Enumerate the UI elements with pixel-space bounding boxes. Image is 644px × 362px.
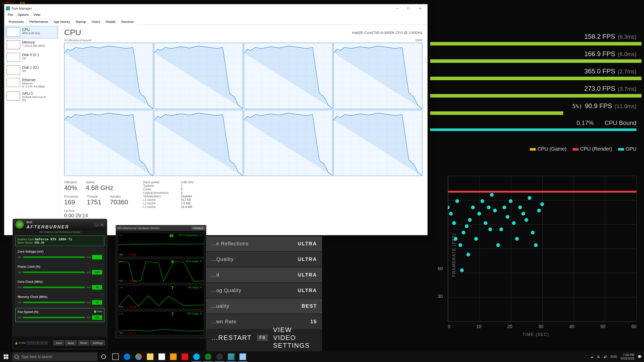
core-charts[interactable] [64, 43, 422, 176]
sidebar-item-net[interactable]: EthernetEthernetS: 0.3 R: 4.6 Mbps [5, 76, 58, 90]
svg-point-21 [477, 212, 481, 216]
cortana-button[interactable] [98, 354, 110, 359]
slider-core-voltage-mv-[interactable]: Core Voltage (mV) MinMax [15, 248, 104, 262]
taskbar[interactable]: Type here to search ˄ ☁ 🖧 🔊 ENG [0, 351, 644, 362]
stat-handles-label: Handles [110, 195, 128, 198]
svg-point-42 [540, 202, 544, 206]
sidebar-item-cpu[interactable]: CPU40% 4.68 GHz [5, 26, 58, 38]
setting-row[interactable]: ...ualityBEST [206, 299, 322, 313]
core-chart-3[interactable] [333, 43, 422, 109]
detail-row: Sockets:1 [143, 184, 194, 188]
tray-cloud-icon[interactable]: ☁ [590, 355, 593, 358]
tray-notifications-icon[interactable]: 💬 [638, 355, 641, 358]
start-button[interactable] [0, 351, 12, 362]
hwmon-chart-0[interactable]: 10030 GPU temperature, °C 46 Min —Max 48 [118, 233, 204, 257]
fps-row: 158.2 FPS(6.3ms) [430, 33, 641, 46]
app2-button[interactable] [179, 351, 191, 362]
game-settings-panel[interactable]: ...e ReflectionsULTRA...QualityULTRA...d… [206, 236, 322, 352]
slider-fan-speed-[interactable]: Fan Speed (%)⬤ Auto MinMax100 [15, 308, 104, 322]
profile-slots[interactable]: 12345 [27, 341, 48, 345]
detach-button[interactable]: ▾ Detach [192, 227, 205, 230]
core-chart-2[interactable] [244, 43, 333, 109]
hwmon-chart-2[interactable]: 1000 FB usage, % 7 Min —Max 49 [118, 285, 204, 309]
explorer-button[interactable] [144, 351, 156, 362]
settings-footer[interactable]: ...RESTARTF8VIEW VIDEO SETTINGS [206, 324, 322, 352]
core-chart-5[interactable] [154, 110, 243, 176]
chrome-button[interactable] [133, 351, 144, 362]
reset-button[interactable]: Reset [78, 340, 90, 345]
stat-threads-value: 1751 [87, 198, 101, 206]
settings-button[interactable]: Settings [90, 340, 105, 345]
titlebar[interactable]: Task Manager — ☐ ✕ [4, 4, 427, 12]
setting-row[interactable]: ...e ReflectionsULTRA [206, 236, 322, 251]
setting-row[interactable]: ...dULTRA [206, 267, 322, 282]
app1-icon [170, 353, 177, 360]
chart-ylabel: FRAMERATE (FPS) [452, 233, 456, 277]
tabs[interactable]: Processes Performance App history Startu… [4, 18, 427, 25]
tray-chevron-icon[interactable]: ˄ [585, 355, 587, 358]
menu-file[interactable]: File [6, 12, 15, 18]
sidebar-item-gpu[interactable]: GPU 0NVIDIA GeForce R...8% [5, 90, 58, 103]
apply-button[interactable]: Apply [65, 340, 77, 345]
task-manager-window[interactable]: Task Manager — ☐ ✕ File Options View Pro… [4, 4, 428, 235]
tray-network-icon[interactable]: 🖧 [597, 355, 600, 358]
core-chart-7[interactable] [333, 110, 422, 176]
sidebar-item-mem[interactable]: Memory7.2/15.9 GB (45%) [5, 38, 58, 51]
msi-afterburner-window[interactable]: msi AFTERBURNER _ × MSI Graphics Card Pe… [13, 219, 107, 349]
sidebar-item-disk[interactable]: Disk 0 (C:)1% [5, 51, 58, 64]
gpu-info-card: Graphics Card: GeForce RTX 2080 Ti Drive… [15, 236, 104, 246]
core-chart-1[interactable] [154, 43, 243, 109]
system-tray[interactable]: ˄ ☁ 🖧 🔊 ENG 7:00 PM 9/10/2019 💬 [583, 353, 644, 360]
slider-core-clock-mhz-[interactable]: Core Clock (MHz) MinMax+0 [15, 278, 104, 292]
core-chart-4[interactable] [64, 110, 153, 176]
close-button[interactable]: ✕ [414, 5, 426, 12]
xbox-button[interactable] [202, 351, 214, 362]
menu-options[interactable]: Options [16, 12, 31, 18]
setting-row[interactable]: ...og QualityULTRA [206, 283, 322, 298]
menubar[interactable]: File Options View [4, 12, 427, 18]
taskview-button[interactable] [110, 351, 121, 362]
taskmgr-button[interactable] [225, 351, 237, 362]
tab-startup[interactable]: Startup [73, 19, 89, 25]
tab-processes[interactable]: Processes [6, 19, 27, 25]
skype-button[interactable] [191, 351, 202, 362]
svg-point-36 [521, 212, 525, 216]
save-button[interactable]: Save [53, 340, 64, 345]
svg-point-27 [493, 209, 497, 212]
ab-minimize-button[interactable]: _ [94, 222, 99, 227]
edge-button[interactable] [121, 351, 133, 362]
menu-view[interactable]: View [31, 12, 43, 18]
core-chart-0[interactable] [64, 43, 153, 109]
tab-users[interactable]: Users [89, 19, 103, 25]
app3-icon [239, 353, 246, 360]
tab-details[interactable]: Details [103, 19, 118, 25]
tab-apphistory[interactable]: App history [51, 19, 73, 25]
ab-titlebar[interactable]: msi AFTERBURNER _ × [13, 219, 107, 230]
tab-services[interactable]: Services [118, 19, 137, 25]
app1-button[interactable] [168, 351, 179, 362]
core-chart-6[interactable] [244, 110, 333, 176]
ab-subtitle: MSI Graphics Card Performance Booster [13, 230, 107, 234]
sidebar-item-disk[interactable]: Disk 1 (D:)0% [5, 64, 58, 76]
minimize-button[interactable]: — [391, 5, 403, 12]
slider-power-limit-[interactable]: Power Limit (%) MinMax100 [15, 263, 104, 277]
obs-button[interactable] [214, 351, 225, 362]
ab-close-button[interactable]: × [99, 222, 104, 227]
search-box[interactable]: Type here to search [12, 352, 98, 361]
detail-row: Base speed:3.60 GHz [143, 180, 194, 184]
setting-row[interactable]: ...QualityULTRA [206, 252, 322, 267]
tray-lang[interactable]: ENG [611, 355, 617, 358]
hwmon-titlebar[interactable]: MSI Afterburner Hardware Monitor ▾ Detac… [116, 225, 206, 231]
tray-clock[interactable]: 7:00 PM 9/10/2019 [621, 353, 634, 360]
store-button[interactable] [156, 351, 168, 362]
maximize-button[interactable]: ☐ [403, 5, 414, 12]
hwmon-chart-3[interactable]: 1000 VID usage, % 7 Min —Max 23 [118, 311, 204, 335]
perf-sidebar[interactable]: CPU40% 4.68 GHz Memory7.2/15.9 GB (45%) … [4, 25, 59, 235]
slider-memory-clock-mhz-[interactable]: Memory Clock (MHz) MinMax+0 [15, 293, 104, 307]
msi-hwmonitor-window[interactable]: MSI Afterburner Hardware Monitor ▾ Detac… [116, 225, 206, 338]
app3-button[interactable] [237, 351, 249, 362]
svg-point-8 [448, 206, 450, 209]
hwmon-chart-1[interactable]: 1000 GPU usage, % 8 Min —Max 99 [118, 259, 204, 283]
tab-performance[interactable]: Performance [27, 19, 51, 25]
tray-volume-icon[interactable]: 🔊 [603, 355, 607, 358]
